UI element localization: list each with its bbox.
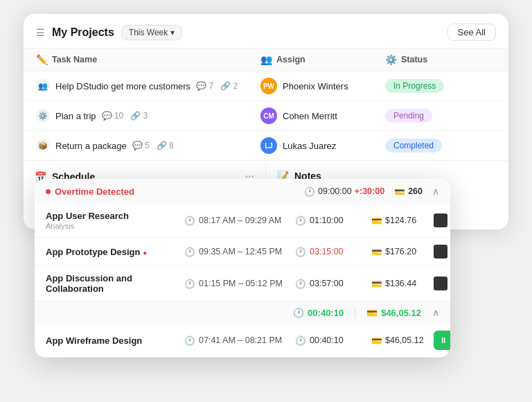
stop-button[interactable]: [434, 213, 447, 227]
clock-icon: 🕐: [184, 279, 195, 289]
pencil-icon: ✏️: [36, 54, 48, 65]
col-status: ⚙️ Status: [385, 54, 496, 65]
chevron-down-icon: ▾: [170, 28, 175, 37]
overtime-value: +:30:00: [355, 186, 384, 196]
time-range: 🕐 01:15 PM – 05:12 PM: [184, 279, 295, 289]
earnings-value: 260: [408, 186, 423, 196]
people-icon: 👥: [260, 54, 272, 65]
wallet-icon: 💳: [371, 279, 382, 289]
table-row: 👥 Help DStudio get more customers 💬 7 🔗 …: [24, 71, 508, 101]
group-header: Overtime Detected 🕐 09:00:00 +:30:00 💳 2…: [35, 179, 450, 204]
wallet-icon: 💳: [371, 335, 382, 346]
time-range: 🕐 07:41 AM – 08:21 PM: [184, 335, 295, 346]
tracker-group-overtime: Overtime Detected 🕐 09:00:00 +:30:00 💳 2…: [35, 179, 450, 302]
task-name-cell: 👥 Help DStudio get more customers 💬 7 🔗 …: [36, 79, 260, 93]
see-all-button[interactable]: See All: [447, 24, 496, 41]
task-type-icon: 📦: [36, 139, 50, 152]
group-totals: 🕐 09:00:00 +:30:00 💳 260 ∧: [304, 186, 439, 197]
amount: 💳 $136.44: [371, 279, 434, 289]
wallet-icon: 💳: [366, 308, 378, 318]
footer-amount-value: $46,05.12: [381, 308, 421, 318]
amount: 💳 $176.20: [371, 247, 434, 257]
stop-button[interactable]: [434, 245, 447, 259]
tracker-task-info: App Discussion and Collaboration: [46, 273, 184, 294]
task-label: Return a package: [55, 141, 127, 151]
task-name-cell: ⚙️ Plan a trip 💬 10 🔗 3: [36, 109, 260, 123]
time-range: 🕐 08:17 AM – 09:29 AM: [184, 216, 295, 226]
avatar: CM: [260, 107, 277, 124]
tracker-row: App Discussion and Collaboration 🕐 01:15…: [35, 266, 450, 301]
avatar: LJ: [260, 137, 277, 154]
overtime-dot: [46, 189, 51, 194]
status-cell: Completed: [385, 139, 496, 152]
tracker-row: App Prototype Design ● 🕐 09:35 AM – 12:4…: [35, 238, 450, 266]
link-count: 🔗 8: [157, 141, 174, 150]
spinner-icon: ⚙️: [385, 54, 397, 65]
task-label: Help DStudio get more customers: [55, 81, 190, 91]
avatar: PW: [260, 78, 277, 94]
collapse-button[interactable]: ∧: [432, 186, 439, 197]
assignee-name: Cohen Merritt: [283, 111, 337, 121]
total-time-value: 09:00:00: [318, 186, 352, 196]
pause-button[interactable]: ⏸: [434, 331, 450, 350]
stop-button[interactable]: [434, 277, 447, 290]
time-range-value: 08:17 AM – 09:29 AM: [199, 216, 282, 225]
clock-icon: 🕐: [295, 216, 306, 226]
clock-icon: 🕐: [184, 216, 195, 226]
collapse-button[interactable]: ∧: [432, 307, 439, 318]
duration: 🕐 03:57:00: [295, 279, 371, 289]
tracker-task-name: App Wireframe Design: [46, 335, 184, 346]
error-dot: ●: [143, 249, 147, 256]
assignee-name: Phoenix Winters: [283, 81, 348, 91]
tracker-task-name: App Prototype Design ●: [46, 247, 184, 257]
amount: 💳 $124.76: [371, 216, 434, 226]
total-time: 🕐 09:00:00 +:30:00: [304, 186, 384, 197]
assignee-name: Lukas Juarez: [283, 141, 336, 151]
status-badge: Pending: [385, 109, 432, 123]
wallet-icon: 💳: [394, 186, 405, 197]
table-row: ⚙️ Plan a trip 💬 10 🔗 3 CM Cohen Merritt…: [24, 101, 508, 131]
assignee-cell: LJ Lukas Juarez: [260, 137, 385, 154]
task-table-body: 👥 Help DStudio get more customers 💬 7 🔗 …: [24, 71, 508, 160]
footer-time-value: 00:40:10: [308, 308, 344, 318]
clock-icon: 🕐: [295, 279, 306, 289]
task-meta: 💬 10 🔗 3: [102, 111, 148, 121]
clock-icon: 🕐: [184, 335, 195, 346]
duration: 🕐 03:15:00: [295, 247, 371, 257]
tracker-task-info: App Prototype Design ●: [46, 247, 184, 257]
divider: [355, 307, 355, 318]
tracker-task-name: App User Research: [46, 211, 184, 221]
link-count: 🔗 3: [130, 111, 148, 121]
amount-value: $124.76: [385, 216, 416, 225]
task-label: Plan a trip: [55, 111, 96, 121]
amount-value: $46,05.12: [385, 335, 424, 345]
tracker-task-sub: Analysis: [46, 222, 184, 230]
amount-value: $136.44: [385, 279, 416, 288]
task-type-icon: 👥: [36, 79, 50, 93]
tracker-task-info: App User Research Analysis: [46, 211, 184, 230]
tracker-row: App User Research Analysis 🕐 08:17 AM – …: [35, 204, 450, 238]
assignee-cell: PW Phoenix Winters: [260, 78, 385, 94]
duration: 🕐 00:40:10: [295, 335, 371, 346]
assignee-cell: CM Cohen Merritt: [260, 107, 385, 124]
comment-count: 💬 7: [196, 81, 213, 91]
tracker-task-info: App Wireframe Design: [46, 335, 184, 346]
tracker-task-name: App Discussion and Collaboration: [46, 273, 184, 294]
task-name-cell: 📦 Return a package 💬 5 🔗 8: [36, 139, 260, 152]
status-cell: Pending: [385, 109, 496, 123]
week-filter-button[interactable]: This Week ▾: [121, 25, 182, 40]
status-cell: In Progress: [385, 79, 496, 93]
time-range-value: 07:41 AM – 08:21 PM: [199, 335, 282, 345]
task-type-icon: ⚙️: [36, 109, 50, 123]
week-label: This Week: [129, 28, 168, 37]
card-header: ☰ My Projects This Week ▾ See All: [24, 14, 508, 49]
amount: 💳 $46,05.12: [371, 335, 434, 346]
table-header: ✏️ Task Name 👥 Assign ⚙️ Status: [24, 49, 508, 71]
col-assign: 👥 Assign: [260, 54, 385, 65]
table-row: 📦 Return a package 💬 5 🔗 8 LJ Lukas Juar…: [24, 131, 508, 160]
task-meta: 💬 7 🔗 2: [196, 81, 238, 91]
footer-amount: 💳 $46,05.12: [366, 308, 421, 318]
comment-count: 💬 10: [102, 111, 124, 121]
header-left: ☰ My Projects This Week ▾: [36, 25, 182, 40]
comment-count: 💬 5: [132, 141, 150, 150]
